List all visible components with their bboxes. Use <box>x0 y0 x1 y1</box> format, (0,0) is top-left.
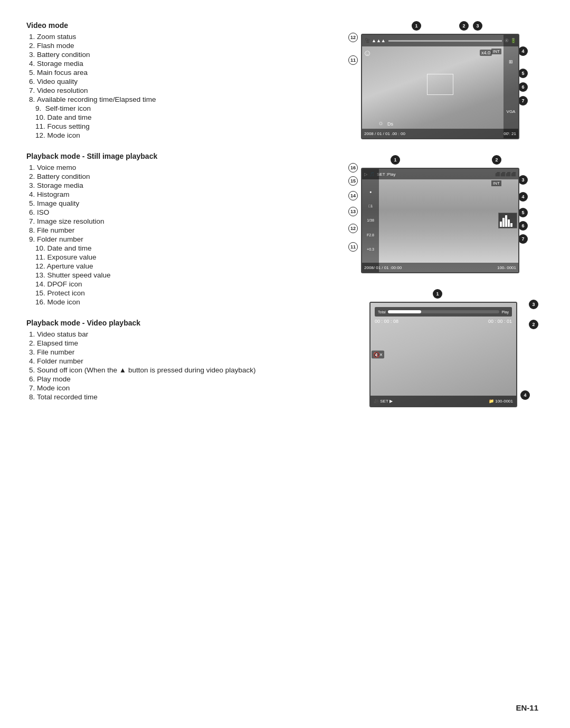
badge-v4: 4 <box>520 390 530 400</box>
list-item: Image size resolution <box>37 217 332 225</box>
set-play-label: SET :Play <box>377 172 395 177</box>
date-display: 2008 / 01 / 01 .00 : 00 <box>364 131 405 136</box>
badge-s1: 1 <box>391 155 400 165</box>
list-item: Mode icon <box>37 384 332 392</box>
list-item: Total recorded time <box>37 393 332 401</box>
badge-s2: 2 <box>492 155 501 165</box>
elapsed-time: 00': 21 <box>504 131 516 136</box>
badge-s13: 13 <box>348 207 358 216</box>
list-item: 13. Shutter speed value <box>35 271 332 279</box>
list-item: Video status bar <box>37 330 332 338</box>
list-item: Image quality <box>37 199 332 207</box>
quality-icon: ⊞ <box>509 59 513 64</box>
badge-3: 3 <box>473 21 482 31</box>
zoom-indicator: x4.0 <box>480 50 492 56</box>
video-topbar: 🎥 ▲▲▲ ④ 🔋 <box>362 35 518 46</box>
playback-still-section: Playback mode - Still image playback Voi… <box>26 152 332 306</box>
self-timer-icon: ☼ <box>378 119 384 127</box>
list-item: Flash mode <box>37 42 332 50</box>
badge-5: 5 <box>518 69 528 78</box>
page-number: EN-11 <box>516 703 538 712</box>
badge-11: 11 <box>348 55 358 65</box>
badge-v1: 1 <box>433 289 442 299</box>
badge-s11: 11 <box>348 242 358 252</box>
list-item: Folder number <box>37 235 332 243</box>
list-item: File number <box>37 226 332 234</box>
list-item: Video quality <box>37 78 332 85</box>
play-label: Play <box>501 310 509 314</box>
list-item: Play mode <box>37 375 332 383</box>
badge-6: 6 <box>518 82 528 92</box>
battery-display: ⬛⬛⬛⬛ <box>495 172 516 177</box>
playback-still-list: Voice memo Battery condition Storage med… <box>37 164 332 306</box>
list-item: 12. Mode icon <box>35 131 332 139</box>
still-playback-screen-container: 1 2 3 4 5 6 7 8 9 10 11 12 13 14 15 16 ▷… <box>348 160 528 273</box>
list-item: Storage media <box>37 60 332 68</box>
badge-s15: 15 <box>348 176 358 186</box>
histogram <box>498 213 517 228</box>
progress-fill <box>388 310 421 313</box>
playback-bar: Total Play <box>375 307 512 317</box>
pb-mode-icon: 🎥 SET ▶ <box>374 399 393 404</box>
page-content: Video mode Zoom status Flash mode Batter… <box>26 21 544 414</box>
list-item: Battery condition <box>37 51 332 59</box>
folder-number: 100- 0001 <box>497 265 516 270</box>
storage-label: INT <box>491 49 501 54</box>
badge-s16: 16 <box>348 163 358 173</box>
exposure-value: +0.3 <box>367 247 374 251</box>
list-item: Sound off icon (When the ▲ button is pre… <box>37 366 332 374</box>
badge-s7: 7 <box>518 234 528 244</box>
video-mode-list: Zoom status Flash mode Battery condition… <box>37 33 332 139</box>
list-item: ISO <box>37 208 332 216</box>
list-item: 12. Aperture value <box>35 262 332 270</box>
right-column: 1 2 3 4 5 6 7 8 9 10 11 12 🎥 ▲▲▲ ④ <box>343 21 544 414</box>
focus-bracket <box>427 74 453 95</box>
badge-v3: 3 <box>529 300 538 309</box>
sound-off-icon: 🔇× <box>372 351 384 359</box>
mode-icon: 🎥 <box>364 38 370 43</box>
playback-video-list: Video status bar Elapsed time File numbe… <box>37 330 332 401</box>
video-pb-bottombar: 🎥 SET ▶ 📁 100-0001 <box>370 396 516 406</box>
video-bottombar: 2008 / 01 / 01 .00 : 00 00': 21 <box>362 129 518 138</box>
badge-s3: 3 <box>518 175 528 185</box>
right-indicators: ⊞ VGA <box>504 35 518 138</box>
progress-bar <box>388 310 500 313</box>
storage-icon: Ds <box>387 121 393 127</box>
badge-v2: 2 <box>529 320 538 329</box>
badge-s14: 14 <box>348 191 358 200</box>
badge-s6: 6 <box>518 221 528 231</box>
list-item: Elapsed time <box>37 339 332 347</box>
playback-still-title: Playback mode - Still image playback <box>26 152 332 160</box>
list-item: Voice memo <box>37 164 332 171</box>
video-mode-section: Video mode Zoom status Flash mode Batter… <box>26 21 332 139</box>
badge-7: 7 <box>518 96 528 106</box>
playback-video-title: Playback mode - Video playback <box>26 319 332 327</box>
list-item: 16. Mode icon <box>35 298 332 306</box>
still-leftbar: ● □1 1/38 F2.8 +0.3 <box>362 169 379 272</box>
list-item: Zoom status <box>37 33 332 41</box>
list-item: Histogram <box>37 190 332 198</box>
list-item: 9. Self-timer icon <box>35 104 332 112</box>
badge-4: 4 <box>518 46 528 56</box>
list-item: 10. Date and time <box>35 244 332 252</box>
list-item: 11. Exposure value <box>35 253 332 261</box>
video-mode-screen: 🎥 ▲▲▲ ④ 🔋 ☺ x4.0 INT <box>361 34 519 139</box>
list-item: File number <box>37 348 332 356</box>
video-playback-screen-container: 1 2 3 4 5 6 7 8 Total Play <box>369 294 538 407</box>
pb-folder: 📁 100-0001 <box>489 399 513 404</box>
video-mode-screen-container: 1 2 3 4 5 6 7 8 9 10 11 12 🎥 ▲▲▲ ④ <box>348 26 528 139</box>
protect-icon: ● <box>369 190 372 194</box>
list-item: Storage media <box>37 181 332 189</box>
list-item: 14. DPOF icon <box>35 280 332 288</box>
list-item: Folder number <box>37 357 332 365</box>
aperture-value: F2.8 <box>367 233 374 237</box>
still-playback-screen: ▷ 🎵 SET :Play ⬛⬛⬛⬛ ● □1 1/38 F2.8 +0.3 <box>361 168 519 273</box>
elapsed-time-pb: 00 : 00 : 01 <box>488 319 512 324</box>
time-row: 00 : 00 : 08 00 : 00 : 01 <box>375 319 512 324</box>
total-time: 00 : 00 : 08 <box>375 319 398 324</box>
badge-12: 12 <box>348 33 358 42</box>
still-screen-inner: ▷ 🎵 SET :Play ⬛⬛⬛⬛ ● □1 1/38 F2.8 +0.3 <box>362 169 518 272</box>
video-screen-inner: 🎥 ▲▲▲ ④ 🔋 ☺ x4.0 INT <box>362 35 518 138</box>
list-item: Main focus area <box>37 69 332 76</box>
badge-s5: 5 <box>518 208 528 217</box>
